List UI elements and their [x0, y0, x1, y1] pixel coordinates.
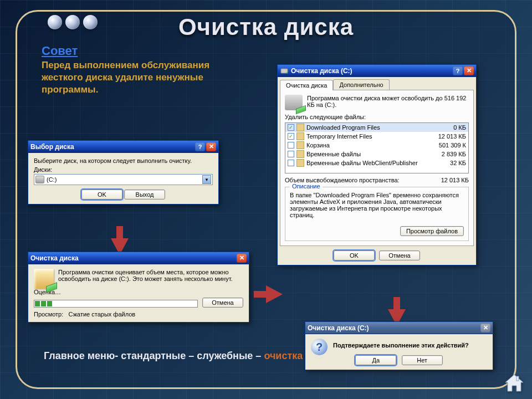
- item-name: Корзина: [306, 142, 439, 149]
- checkbox[interactable]: ✓: [288, 133, 294, 140]
- cancel-button[interactable]: Отмена: [379, 250, 420, 260]
- titlebar-text: Очистка диска (C:): [308, 324, 369, 332]
- yes-button[interactable]: Да: [355, 355, 396, 365]
- titlebar[interactable]: Очистка диска (C:) ? ✕: [278, 65, 476, 77]
- menu-path-prefix: Главное меню- стандартные – служебные –: [44, 350, 264, 361]
- tip-block: Совет Перед выполнением обслуживания жес…: [42, 44, 252, 96]
- list-label: Удалить следующие файлы:: [285, 114, 469, 120]
- folder-icon: [296, 159, 304, 167]
- checkbox[interactable]: [288, 160, 294, 166]
- freed-value: 12 013 КБ: [441, 177, 469, 183]
- list-item[interactable]: Временные файлы2 839 КБ: [285, 150, 468, 158]
- item-size: 2 839 КБ: [442, 151, 466, 157]
- chevron-down-icon[interactable]: ▼: [202, 175, 211, 184]
- decorative-orbs: [48, 15, 98, 29]
- menu-path: Главное меню- стандартные – служебные – …: [44, 350, 334, 362]
- progress-message: Программа очистки оценивает объем места,…: [58, 269, 243, 282]
- item-size: 12 013 КБ: [438, 133, 466, 140]
- page-title: Очистка диска: [28, 12, 504, 40]
- titlebar-text: Очистка диска (C:): [291, 67, 352, 75]
- close-button[interactable]: ✕: [237, 254, 247, 263]
- titlebar[interactable]: Выбор диска ? ✕: [28, 141, 218, 153]
- intro-text: Программа очистки диска может освободить…: [307, 95, 469, 108]
- disk-cleanup-icon: [34, 269, 54, 289]
- description-text: В папке "Downloaded Program Files" време…: [290, 192, 464, 218]
- ok-button[interactable]: OK: [334, 250, 375, 260]
- list-item[interactable]: Корзина501 309 К: [285, 141, 468, 150]
- file-category-list[interactable]: ✓Downloaded Program Files0 КБ✓Temporary …: [285, 122, 469, 173]
- hard-disk-icon: [35, 176, 44, 183]
- item-size: 32 КБ: [450, 160, 466, 166]
- home-button[interactable]: [503, 372, 525, 393]
- description-groupbox: Описание В папке "Downloaded Program Fil…: [285, 187, 469, 241]
- titlebar-text: Очистка диска: [30, 254, 79, 262]
- selected-drive: (C:): [47, 176, 57, 183]
- dialog-progress: Очистка диска ✕ Программа очистки оценив…: [28, 252, 249, 323]
- progress-bar: [34, 300, 198, 308]
- checkbox[interactable]: [288, 142, 294, 149]
- svg-marker-1: [505, 375, 523, 391]
- folder-icon: [296, 141, 304, 149]
- tab-cleanup[interactable]: Очистка диска: [280, 80, 333, 90]
- tip-text: Перед выполнением обслуживания жесткого …: [42, 59, 252, 96]
- cancel-button[interactable]: Отмена: [202, 298, 243, 308]
- dialog-confirm: Очистка диска (C:) ✕ ? Подтверждаете вып…: [305, 321, 493, 370]
- question-icon: ?: [311, 339, 328, 355]
- drives-label: Диски:: [34, 166, 213, 173]
- confirm-message: Подтверждаете выполнение этих действий?: [311, 339, 487, 352]
- exit-button[interactable]: Выход: [124, 190, 165, 200]
- no-button[interactable]: Нет: [402, 355, 443, 365]
- prompt-text: Выберите диск, на котором следует выполн…: [34, 157, 213, 164]
- item-size: 0 КБ: [453, 124, 466, 131]
- item-name: Temporary Internet Files: [306, 133, 438, 140]
- orb-icon: [48, 15, 62, 29]
- folder-icon: [296, 150, 304, 158]
- view-files-button[interactable]: Просмотр файлов: [400, 226, 464, 236]
- item-name: Downloaded Program Files: [306, 124, 453, 131]
- description-legend: Описание: [290, 183, 323, 190]
- progress-label: Оценка…: [34, 289, 243, 295]
- disk-cleanup-icon: [285, 95, 303, 110]
- close-button[interactable]: ✕: [480, 324, 490, 332]
- item-name: Временные файлы: [306, 151, 442, 157]
- close-button[interactable]: ✕: [206, 142, 216, 151]
- item-name: Временные файлы WebClient/Publisher: [306, 160, 450, 166]
- ok-button[interactable]: OK: [81, 190, 122, 200]
- item-size: 501 309 К: [439, 142, 466, 149]
- list-item[interactable]: ✓Temporary Internet Files12 013 КБ: [285, 132, 468, 141]
- tabs: Очистка диска Дополнительно: [278, 77, 476, 90]
- orb-icon: [83, 15, 98, 29]
- help-button[interactable]: ?: [453, 66, 463, 75]
- dialog-select-disk: Выбор диска ? ✕ Выберите диск, на которо…: [28, 140, 219, 204]
- checkbox[interactable]: ✓: [288, 124, 294, 131]
- scan-value: Сжатие старых файлов: [68, 311, 135, 318]
- titlebar-text: Выбор диска: [30, 143, 74, 151]
- close-button[interactable]: ✕: [464, 66, 474, 75]
- titlebar[interactable]: Очистка диска ✕: [28, 252, 249, 264]
- drive-combobox[interactable]: (C:) ▼: [34, 174, 213, 185]
- app-icon: [280, 66, 289, 75]
- svg-rect-2: [516, 376, 519, 381]
- tab-advanced[interactable]: Дополнительно: [333, 79, 389, 90]
- list-item[interactable]: ✓Downloaded Program Files0 КБ: [285, 123, 468, 132]
- titlebar[interactable]: Очистка диска (C:) ✕: [305, 322, 493, 334]
- arrow-right-icon: [266, 285, 283, 303]
- dialog-disk-cleanup: Очистка диска (C:) ? ✕ Очистка диска Доп…: [277, 64, 477, 265]
- list-item[interactable]: Временные файлы WebClient/Publisher32 КБ: [285, 158, 468, 167]
- folder-icon: [296, 132, 304, 140]
- scan-label: Просмотр:: [34, 311, 63, 318]
- checkbox[interactable]: [288, 151, 294, 157]
- tip-heading: Совет: [42, 44, 252, 58]
- help-button[interactable]: ?: [195, 142, 205, 151]
- orb-icon: [65, 15, 80, 29]
- folder-icon: [296, 124, 304, 131]
